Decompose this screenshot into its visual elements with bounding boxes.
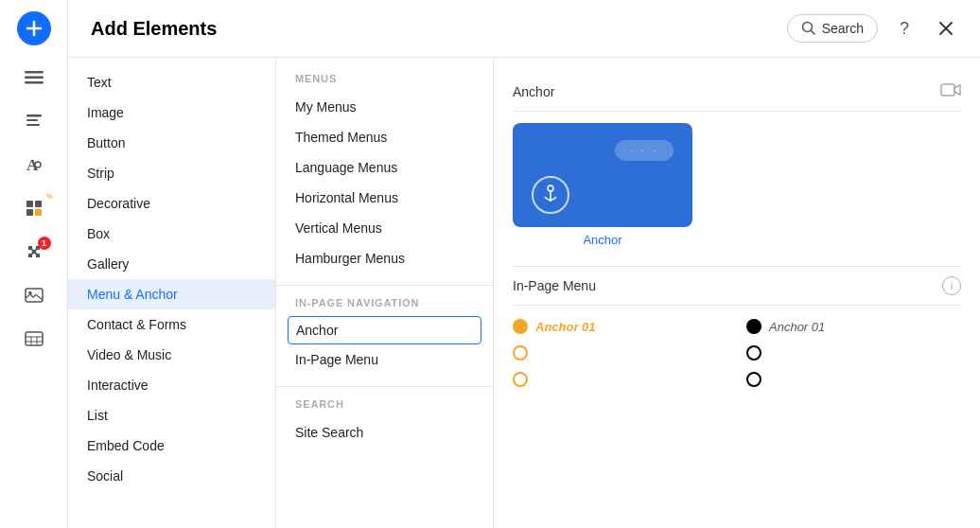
anchor-preview-header: Anchor xyxy=(513,73,961,112)
anchor-icon-circle xyxy=(532,176,569,214)
style-label-anchor01-black: Anchor 01 xyxy=(769,320,825,334)
svg-point-26 xyxy=(548,185,553,191)
content-area: Text Image Button Strip Decorative Box G… xyxy=(68,58,980,528)
divider-1 xyxy=(276,285,493,286)
dot-orange-outline-2 xyxy=(513,372,528,387)
dot-orange-outline-1 xyxy=(513,345,528,361)
dot-black-outline-2 xyxy=(746,372,761,387)
element-item-gallery[interactable]: Gallery xyxy=(68,249,275,279)
badge-count: 1 xyxy=(38,237,51,250)
svg-rect-14 xyxy=(26,289,43,302)
submenu-panel: MENUS My Menus Themed Menus Language Men… xyxy=(276,58,494,528)
element-item-box[interactable]: Box xyxy=(68,219,275,249)
video-camera-icon xyxy=(940,82,961,97)
element-item-menu-anchor[interactable]: Menu & Anchor xyxy=(68,279,275,309)
element-item-image[interactable]: Image xyxy=(68,97,275,128)
anchor-title: Anchor xyxy=(513,84,554,99)
svg-rect-7 xyxy=(26,124,40,126)
svg-rect-2 xyxy=(25,71,44,74)
submenu-themed-menus[interactable]: Themed Menus xyxy=(276,122,493,152)
info-icon[interactable]: i xyxy=(942,276,961,295)
element-item-embed-code[interactable]: Embed Code xyxy=(68,431,275,461)
svg-rect-5 xyxy=(26,114,42,117)
styles-grid: Anchor 01 Anchor 01 xyxy=(513,319,961,387)
svg-rect-10 xyxy=(26,201,33,207)
anchor-card-container[interactable]: · · · Anchor xyxy=(513,123,692,247)
element-item-text[interactable]: Text xyxy=(68,67,275,97)
search-icon xyxy=(801,21,816,36)
preview-panel: Anchor · · · xyxy=(494,58,980,528)
style-label-anchor01-orange: Anchor 01 xyxy=(535,320,596,334)
anchor-preview-item: Anchor · · · xyxy=(513,73,961,247)
svg-rect-25 xyxy=(941,84,954,96)
sidebar-menu-icon[interactable] xyxy=(11,59,57,97)
divider-2 xyxy=(276,386,493,387)
submenu-anchor[interactable]: Anchor xyxy=(288,316,481,344)
svg-rect-4 xyxy=(25,81,44,84)
anchor-pill: · · · xyxy=(615,140,674,161)
submenu-horizontal-menus[interactable]: Horizontal Menus xyxy=(276,183,493,213)
panel-title: Add Elements xyxy=(91,18,217,40)
anchor-card-label: Anchor xyxy=(583,233,621,247)
icon-sidebar: A % 1 xyxy=(0,0,68,528)
sidebar-image-icon[interactable] xyxy=(11,276,57,314)
style-item-outline-orange-1[interactable] xyxy=(513,345,727,361)
video-icon[interactable] xyxy=(940,82,961,101)
close-button[interactable] xyxy=(931,13,961,44)
svg-text:A: A xyxy=(26,156,39,174)
menus-section-title: MENUS xyxy=(276,73,493,92)
style-item-outline-black-1[interactable] xyxy=(746,345,961,361)
help-button[interactable]: ? xyxy=(889,13,919,44)
svg-rect-11 xyxy=(35,201,42,207)
svg-rect-6 xyxy=(26,119,38,121)
sidebar-grid-small-icon[interactable]: % xyxy=(11,189,57,227)
element-item-strip[interactable]: Strip xyxy=(68,158,275,188)
search-label: Search xyxy=(822,21,864,36)
panel-header: Add Elements Search ? xyxy=(68,0,980,58)
inpage-menu-header: In-Page Menu i xyxy=(513,266,961,306)
anchor-card[interactable]: · · · xyxy=(513,123,692,227)
icon-sidebar-top: A % 1 xyxy=(11,11,57,517)
submenu-my-menus[interactable]: My Menus xyxy=(276,92,493,122)
element-item-list[interactable]: List xyxy=(68,400,275,431)
element-item-button[interactable]: Button xyxy=(68,128,275,158)
dot-black-filled xyxy=(746,319,761,334)
svg-line-22 xyxy=(811,31,814,35)
search-box[interactable]: Search xyxy=(787,14,878,43)
svg-rect-16 xyxy=(26,332,43,345)
submenu-hamburger-menus[interactable]: Hamburger Menus xyxy=(276,243,493,273)
search-section-title: SEARCH xyxy=(276,398,493,417)
submenu-vertical-menus[interactable]: Vertical Menus xyxy=(276,213,493,243)
style-item-anchor01-orange[interactable]: Anchor 01 xyxy=(513,319,727,334)
element-item-contact-forms[interactable]: Contact & Forms xyxy=(68,309,275,340)
svg-rect-13 xyxy=(35,209,42,216)
style-item-outline-black-2[interactable] xyxy=(746,372,961,387)
sidebar-font-icon[interactable]: A xyxy=(11,146,57,184)
dot-black-outline-1 xyxy=(746,345,761,361)
submenu-language-menus[interactable]: Language Menus xyxy=(276,152,493,183)
sidebar-text-icon[interactable] xyxy=(11,102,57,140)
sidebar-puzzle-icon[interactable]: 1 xyxy=(11,233,57,271)
anchor-symbol-icon xyxy=(541,185,560,205)
element-item-interactive[interactable]: Interactive xyxy=(68,370,275,400)
element-item-social[interactable]: Social xyxy=(68,461,275,491)
close-icon xyxy=(939,22,953,35)
sidebar-table-icon[interactable] xyxy=(11,320,57,358)
svg-rect-3 xyxy=(25,77,44,79)
header-actions: Search ? xyxy=(787,13,961,44)
inpage-menu-title: In-Page Menu xyxy=(513,278,596,293)
submenu-inpage-menu[interactable]: In-Page Menu xyxy=(276,344,493,375)
svg-rect-12 xyxy=(26,209,33,216)
element-item-decorative[interactable]: Decorative xyxy=(68,188,275,219)
submenu-site-search[interactable]: Site Search xyxy=(276,417,493,448)
style-item-outline-orange-2[interactable] xyxy=(513,372,727,387)
style-item-anchor01-black[interactable]: Anchor 01 xyxy=(746,319,961,334)
add-button[interactable] xyxy=(17,11,51,45)
dot-orange-filled xyxy=(513,319,528,334)
inpage-section-title: IN-PAGE NAVIGATION xyxy=(276,297,493,316)
element-list: Text Image Button Strip Decorative Box G… xyxy=(68,58,276,528)
anchor-pill-dots: · · · xyxy=(630,145,658,156)
main-panel: Add Elements Search ? Tex xyxy=(68,0,980,528)
element-item-video-music[interactable]: Video & Music xyxy=(68,340,275,370)
